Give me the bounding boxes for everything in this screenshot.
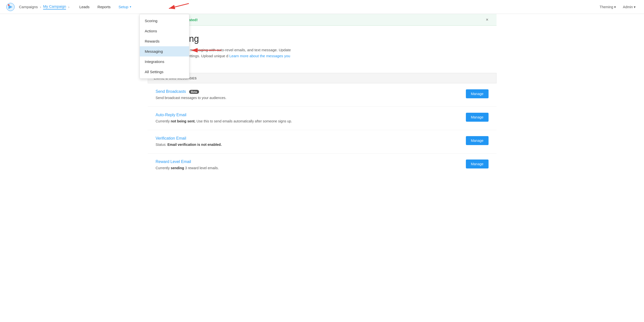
- verification-desc: Status: Email verification is not enable…: [156, 142, 460, 147]
- reward-level-info: Reward Level Email Currently sending 3 r…: [156, 160, 460, 171]
- success-banner: Email settings updated! ×: [148, 14, 496, 26]
- admin-label: Admin: [623, 5, 633, 9]
- page-body: Messaging Automate campaign messaging wi…: [148, 26, 496, 177]
- auto-reply-manage-button[interactable]: Manage: [466, 113, 488, 122]
- theming-label: Theming: [600, 5, 613, 9]
- close-banner-button[interactable]: ×: [486, 17, 488, 22]
- theming-button[interactable]: Theming ▾: [597, 3, 618, 10]
- dropdown-rewards[interactable]: Rewards: [140, 36, 189, 46]
- breadcrumb-chevron-2: ›: [68, 5, 69, 9]
- arrow-annotation-setup: [162, 1, 191, 14]
- learn-more-link[interactable]: Learn more about the messages you: [230, 54, 290, 58]
- page-title: Messaging: [156, 33, 488, 44]
- nav-reports[interactable]: Reports: [94, 0, 114, 14]
- header: Campaigns › My Campaign › Leads Reports …: [0, 0, 644, 14]
- auto-reply-title[interactable]: Auto-Reply Email: [156, 113, 460, 117]
- reward-level-status: sending: [171, 166, 184, 170]
- dropdown-scoring[interactable]: Scoring: [140, 16, 189, 26]
- verification-info: Verification Email Status: Email verific…: [156, 136, 460, 147]
- nav-links: Leads Reports Setup ▾: [75, 0, 135, 14]
- theming-chevron: ▾: [614, 5, 616, 9]
- reward-level-desc: Currently sending 3 reward level emails.: [156, 165, 460, 171]
- dropdown-messaging-label: Messaging: [145, 49, 163, 53]
- broadcasts-manage-button[interactable]: Manage: [466, 89, 488, 98]
- breadcrumb-campaigns[interactable]: Campaigns: [19, 5, 38, 9]
- main-content: Email settings updated! × Messaging Auto…: [148, 14, 496, 177]
- breadcrumb-chevron-1: ›: [40, 5, 41, 9]
- verification-manage-button[interactable]: Manage: [466, 136, 488, 145]
- beta-badge: Beta: [189, 90, 199, 94]
- dropdown-integrations[interactable]: Integrations: [140, 56, 189, 67]
- auto-reply-desc: Currently not being sent. Use this to se…: [156, 119, 460, 124]
- verification-status: Email verification is not enabled.: [168, 143, 222, 147]
- broadcasts-title[interactable]: Send Broadcasts Beta: [156, 89, 460, 94]
- breadcrumb: Campaigns › My Campaign ›: [19, 4, 69, 9]
- broadcasts-info: Send Broadcasts Beta Send broadcast mess…: [156, 89, 460, 100]
- nav-leads[interactable]: Leads: [75, 0, 94, 14]
- verification-title[interactable]: Verification Email: [156, 136, 460, 141]
- auto-reply-info: Auto-Reply Email Currently not being sen…: [156, 113, 460, 124]
- message-reward-level: Reward Level Email Currently sending 3 r…: [148, 154, 496, 177]
- admin-button[interactable]: Admin ▾: [620, 3, 638, 10]
- logo[interactable]: [6, 2, 15, 11]
- nav-setup-label: Setup: [118, 5, 128, 9]
- broadcasts-desc: Send broadcast messages to your audience…: [156, 95, 460, 100]
- breadcrumb-current-campaign[interactable]: My Campaign: [43, 4, 66, 9]
- header-right: Theming ▾ Admin ▾: [597, 3, 638, 10]
- dropdown-messaging[interactable]: Messaging: [140, 46, 189, 56]
- setup-dropdown: Scoring Actions Rewards Messaging Integr…: [140, 14, 189, 79]
- message-verification: Verification Email Status: Email verific…: [148, 130, 496, 154]
- message-auto-reply: Auto-Reply Email Currently not being sen…: [148, 107, 496, 130]
- section-header: EMAIL & SMS MESSAGES: [148, 73, 496, 83]
- message-broadcasts: Send Broadcasts Beta Send broadcast mess…: [148, 83, 496, 107]
- dropdown-all-settings[interactable]: All Settings: [140, 67, 189, 77]
- nav-setup-chevron: ▾: [130, 5, 131, 8]
- reward-level-title[interactable]: Reward Level Email: [156, 160, 460, 164]
- dropdown-actions[interactable]: Actions: [140, 26, 189, 36]
- auto-reply-status: not being sent.: [171, 119, 196, 123]
- reward-level-manage-button[interactable]: Manage: [466, 160, 488, 168]
- admin-chevron: ▾: [634, 5, 636, 9]
- nav-setup[interactable]: Setup ▾: [114, 0, 135, 14]
- svg-point-2: [8, 4, 10, 6]
